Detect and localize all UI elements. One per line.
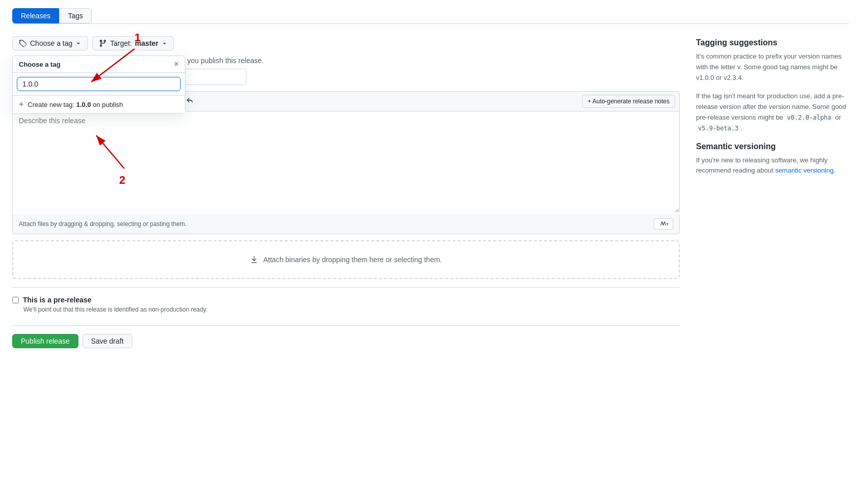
semantic-versioning-link[interactable]: semantic versioning: [775, 166, 834, 174]
tagging-suggestions-p2: If the tag isn't meant for production us…: [696, 91, 849, 133]
tag-search-input[interactable]: [17, 77, 181, 91]
dropdown-close-button[interactable]: ×: [174, 60, 179, 68]
choose-tag-button[interactable]: Choose a tag: [12, 36, 88, 50]
file-attach-text: Attach files by dragging & dropping, sel…: [19, 220, 187, 228]
code-v59beta3: v5.9-beta.3: [696, 124, 740, 132]
prerelease-description: We'll point out that this release is ide…: [23, 306, 680, 313]
code-v020alpha: v0.2.0-alpha: [785, 114, 834, 122]
download-icon: [250, 256, 258, 264]
choose-tag-label: Choose a tag: [30, 39, 72, 47]
chevron-down-icon-2: [161, 40, 168, 46]
right-panel: Tagging suggestions It's common practice…: [696, 36, 849, 484]
dropdown-title: Choose a tag: [19, 61, 61, 68]
releases-tab[interactable]: Releases: [12, 8, 59, 23]
prerelease-checkbox[interactable]: [12, 297, 19, 303]
tags-tab[interactable]: Tags: [59, 8, 92, 23]
attach-binaries-text: Attach binaries by dropping them here or…: [263, 256, 442, 264]
file-attach-area: Attach files by dragging & dropping, sel…: [12, 214, 680, 234]
branch-icon: [99, 39, 107, 47]
prerelease-section: This is a pre-release We'll point out th…: [12, 287, 680, 313]
attach-binaries-area[interactable]: Attach binaries by dropping them here or…: [12, 240, 680, 279]
action-buttons: Publish release Save draft: [12, 325, 680, 348]
save-draft-button[interactable]: Save draft: [82, 334, 132, 348]
undo-button[interactable]: [184, 96, 197, 107]
prerelease-label[interactable]: This is a pre-release: [12, 296, 680, 304]
tag-dropdown: Choose a tag × + Create new tag: 1.0.0 o…: [12, 55, 185, 114]
semantic-versioning-title: Semantic versioning: [696, 142, 849, 151]
prerelease-label-text: This is a pre-release: [23, 296, 92, 304]
create-tag-option[interactable]: + Create new tag: 1.0.0 on publish: [13, 95, 185, 113]
tagging-suggestions-p1: It's common practice to prefix your vers…: [696, 51, 849, 83]
publish-release-button[interactable]: Publish release: [12, 334, 78, 348]
target-label: Target:: [110, 39, 132, 47]
markdown-icon: [654, 218, 673, 230]
semantic-versioning-p1: If you're new to releasing software, we …: [696, 155, 849, 177]
create-tag-text: Create new tag: 1.0.0 on publish: [27, 101, 123, 108]
tagging-suggestions-title: Tagging suggestions: [696, 38, 849, 47]
target-button[interactable]: Target: master: [92, 36, 174, 50]
chevron-down-icon: [75, 40, 81, 46]
auto-generate-button[interactable]: + Auto-generate release notes: [582, 95, 675, 108]
tag-icon: [19, 39, 27, 47]
plus-icon: +: [19, 100, 23, 109]
release-description-textarea[interactable]: [12, 111, 680, 213]
target-branch: master: [135, 39, 158, 47]
